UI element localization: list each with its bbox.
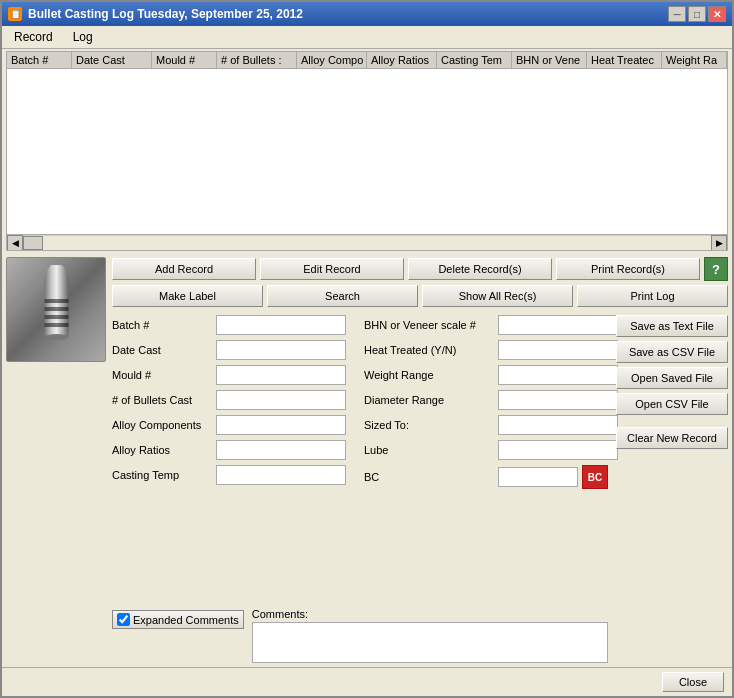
lube-input[interactable] — [498, 440, 618, 460]
label-mould: Mould # — [112, 369, 212, 381]
data-table: Batch # Date Cast Mould # # of Bullets :… — [6, 51, 728, 251]
menu-bar: Record Log — [2, 26, 732, 49]
label-sized: Sized To: — [364, 419, 494, 431]
bc-input[interactable] — [498, 467, 578, 487]
title-bar: 📋 Bullet Casting Log Tuesday, September … — [2, 2, 732, 26]
label-casting-temp: Casting Temp — [112, 469, 212, 481]
label-date: Date Cast — [112, 344, 212, 356]
form-row-weight: Weight Range — [364, 365, 608, 385]
label-heat: Heat Treated (Y/N) — [364, 344, 494, 356]
alloy-components-input[interactable] — [216, 415, 346, 435]
batch-number-input[interactable] — [216, 315, 346, 335]
svg-rect-3 — [44, 299, 68, 303]
casting-temp-input[interactable] — [216, 465, 346, 485]
mould-number-input[interactable] — [216, 365, 346, 385]
diameter-range-input[interactable] — [498, 390, 618, 410]
label-bullets: # of Bullets Cast — [112, 394, 212, 406]
expanded-comments-input[interactable] — [117, 613, 130, 626]
save-text-button[interactable]: Save as Text File — [616, 315, 728, 337]
title-bar-left: 📋 Bullet Casting Log Tuesday, September … — [8, 7, 303, 21]
sized-to-input[interactable] — [498, 415, 618, 435]
label-diameter: Diameter Range — [364, 394, 494, 406]
search-button[interactable]: Search — [267, 285, 418, 307]
make-label-button[interactable]: Make Label — [112, 285, 263, 307]
form-row-bc: BC BC — [364, 465, 608, 489]
weight-range-input[interactable] — [498, 365, 618, 385]
label-batch: Batch # — [112, 319, 212, 331]
expanded-comments-label: Expanded Comments — [133, 614, 239, 626]
svg-point-8 — [44, 334, 68, 340]
window-title: Bullet Casting Log Tuesday, September 25… — [28, 7, 303, 21]
col-mould: Mould # — [152, 52, 217, 68]
form-row-mould: Mould # — [112, 365, 356, 385]
form-row-heat: Heat Treated (Y/N) — [364, 340, 608, 360]
label-alloy-ratio: Alloy Ratios — [112, 444, 212, 456]
col-date: Date Cast — [72, 52, 152, 68]
label-weight: Weight Range — [364, 369, 494, 381]
horizontal-scrollbar[interactable]: ◀ ▶ — [7, 234, 727, 250]
col-alloy-comp: Alloy Compo — [297, 52, 367, 68]
save-csv-button[interactable]: Save as CSV File — [616, 341, 728, 363]
bhn-input[interactable] — [498, 315, 618, 335]
form-row-alloy-comp: Alloy Components — [112, 415, 356, 435]
col-weight-range: Weight Ra — [662, 52, 727, 68]
bullets-cast-input[interactable] — [216, 390, 346, 410]
label-bc: BC — [364, 471, 494, 483]
form-row-casting-temp: Casting Temp — [112, 465, 356, 485]
open-csv-button[interactable]: Open CSV File — [616, 393, 728, 415]
form-row-batch: Batch # — [112, 315, 356, 335]
add-record-button[interactable]: Add Record — [112, 258, 256, 280]
form-row-diameter: Diameter Range — [364, 390, 608, 410]
print-log-button[interactable]: Print Log — [577, 285, 728, 307]
form-row-lube: Lube — [364, 440, 608, 460]
bullet-image — [6, 257, 106, 362]
main-window: 📋 Bullet Casting Log Tuesday, September … — [0, 0, 734, 698]
clear-record-button[interactable]: Clear New Record — [616, 427, 728, 449]
col-heat-treated: Heat Treatec — [587, 52, 662, 68]
label-alloy-comp: Alloy Components — [112, 419, 212, 431]
side-buttons-panel: Save as Text File Save as CSV File Open … — [616, 315, 728, 600]
form-row-bhn: BHN or Veneer scale # — [364, 315, 608, 335]
table-header: Batch # Date Cast Mould # # of Bullets :… — [7, 52, 727, 69]
title-bar-controls: ─ □ ✕ — [668, 6, 726, 22]
help-button[interactable]: ? — [704, 257, 728, 281]
svg-rect-6 — [44, 323, 68, 327]
scroll-right-arrow[interactable]: ▶ — [711, 235, 727, 251]
scroll-thumb[interactable] — [23, 236, 43, 250]
form-row-date: Date Cast — [112, 340, 356, 360]
bullet-svg — [29, 265, 84, 355]
comments-textarea[interactable] — [252, 622, 608, 663]
print-records-button[interactable]: Print Record(s) — [556, 258, 700, 280]
heat-treated-input[interactable] — [498, 340, 618, 360]
date-cast-input[interactable] — [216, 340, 346, 360]
col-bhn: BHN or Vene — [512, 52, 587, 68]
minimize-button[interactable]: ─ — [668, 6, 686, 22]
form-row-sized: Sized To: — [364, 415, 608, 435]
label-lube: Lube — [364, 444, 494, 456]
menu-record[interactable]: Record — [6, 28, 61, 46]
svg-rect-4 — [44, 307, 68, 311]
show-all-button[interactable]: Show All Rec(s) — [422, 285, 573, 307]
scroll-left-arrow[interactable]: ◀ — [7, 235, 23, 251]
open-saved-button[interactable]: Open Saved File — [616, 367, 728, 389]
table-body — [7, 69, 727, 234]
expanded-comments-checkbox[interactable]: Expanded Comments — [112, 610, 244, 629]
col-casting-temp: Casting Tem — [437, 52, 512, 68]
label-bhn: BHN or Veneer scale # — [364, 319, 494, 331]
window-close-button[interactable]: ✕ — [708, 6, 726, 22]
delete-records-button[interactable]: Delete Record(s) — [408, 258, 552, 280]
col-alloy-ratio: Alloy Ratios — [367, 52, 437, 68]
footer-bar: Close — [2, 667, 732, 696]
alloy-ratios-input[interactable] — [216, 440, 346, 460]
comments-section: Expanded Comments Comments: — [112, 608, 728, 663]
menu-log[interactable]: Log — [65, 28, 101, 46]
form-row-alloy-ratio: Alloy Ratios — [112, 440, 356, 460]
svg-rect-5 — [44, 315, 68, 319]
edit-record-button[interactable]: Edit Record — [260, 258, 404, 280]
close-button[interactable]: Close — [662, 672, 724, 692]
form-row-bullets: # of Bullets Cast — [112, 390, 356, 410]
comments-label: Comments: — [252, 608, 608, 620]
bc-icon: BC — [582, 465, 608, 489]
col-bullets: # of Bullets : — [217, 52, 297, 68]
maximize-button[interactable]: □ — [688, 6, 706, 22]
